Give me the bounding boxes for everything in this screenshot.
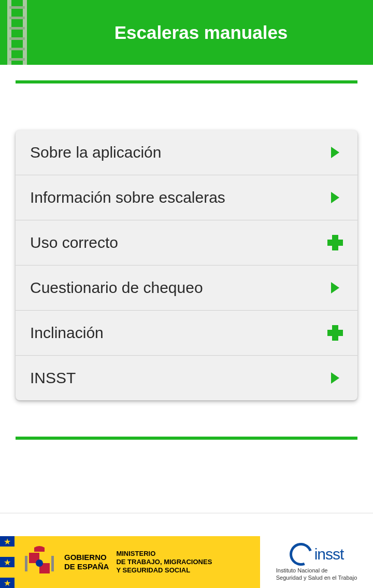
svg-rect-7 xyxy=(9,58,25,61)
svg-point-13 xyxy=(36,559,43,567)
government-section: GOBIERNO DE ESPAÑA MINISTERIO DE TRABAJO… xyxy=(15,536,260,588)
menu-item-insst[interactable]: INSST xyxy=(16,356,357,400)
menu-item-about[interactable]: Sobre la aplicación xyxy=(16,130,357,175)
eu-flag-icon: ★ ★ ★ xyxy=(0,536,15,588)
svg-rect-2 xyxy=(9,6,25,9)
main-content: Sobre la aplicación Información sobre es… xyxy=(0,80,373,440)
ladder-icon xyxy=(3,0,32,65)
min-line1: MINISTERIO xyxy=(116,550,212,558)
svg-rect-1 xyxy=(23,0,27,65)
menu-item-inclination[interactable]: Inclinación xyxy=(16,311,357,356)
menu-list: Sobre la aplicación Información sobre es… xyxy=(16,130,357,400)
svg-rect-3 xyxy=(9,17,25,19)
menu-label: Cuestionario de chequeo xyxy=(30,279,203,297)
insst-logo: insst xyxy=(290,543,344,566)
menu-item-checklist[interactable]: Cuestionario de chequeo xyxy=(16,265,357,311)
menu-label: INSST xyxy=(30,369,76,387)
chevron-right-icon xyxy=(327,145,343,160)
plus-icon xyxy=(327,325,343,341)
coat-of-arms-icon xyxy=(22,543,57,581)
svg-rect-4 xyxy=(9,27,25,30)
menu-label: Sobre la aplicación xyxy=(30,144,162,161)
government-text: GOBIERNO DE ESPAÑA xyxy=(64,553,109,571)
footer-banner: ★ ★ ★ GOBIERNO xyxy=(0,536,373,588)
svg-rect-15 xyxy=(51,556,54,571)
svg-rect-14 xyxy=(25,556,27,571)
chevron-right-icon xyxy=(327,370,343,386)
ministry-text: MINISTERIO DE TRABAJO, MIGRACIONES Y SEG… xyxy=(116,550,212,575)
menu-label: Información sobre escaleras xyxy=(30,189,225,206)
menu-item-info[interactable]: Información sobre escaleras xyxy=(16,175,357,220)
chevron-right-icon xyxy=(327,190,343,205)
app-header: Escaleras manuales xyxy=(0,0,373,65)
insst-logo-section: insst Instituto Nacional de Seguridad y … xyxy=(260,536,373,588)
footer: ★ ★ ★ GOBIERNO xyxy=(0,513,373,588)
min-line2: DE TRABAJO, MIGRACIONES xyxy=(116,558,212,566)
gov-line1: GOBIERNO xyxy=(64,553,109,562)
menu-label: Inclinación xyxy=(30,324,104,342)
divider-top xyxy=(16,80,357,83)
divider-bottom xyxy=(16,437,357,440)
menu-label: Uso correcto xyxy=(30,234,118,251)
chevron-right-icon xyxy=(327,280,343,296)
insst-c-icon xyxy=(285,539,315,569)
insst-name: insst xyxy=(314,545,344,563)
plus-icon xyxy=(327,235,343,250)
header-title: Escaleras manuales xyxy=(0,22,373,43)
footer-separator xyxy=(0,513,373,513)
svg-rect-6 xyxy=(9,48,25,50)
svg-rect-5 xyxy=(9,37,25,40)
svg-rect-0 xyxy=(7,0,11,65)
min-line3: Y SEGURIDAD SOCIAL xyxy=(116,566,212,575)
menu-item-usage[interactable]: Uso correcto xyxy=(16,220,357,265)
insst-subtitle: Instituto Nacional de Seguridad y Salud … xyxy=(276,567,357,581)
gov-line2: DE ESPAÑA xyxy=(64,562,109,571)
